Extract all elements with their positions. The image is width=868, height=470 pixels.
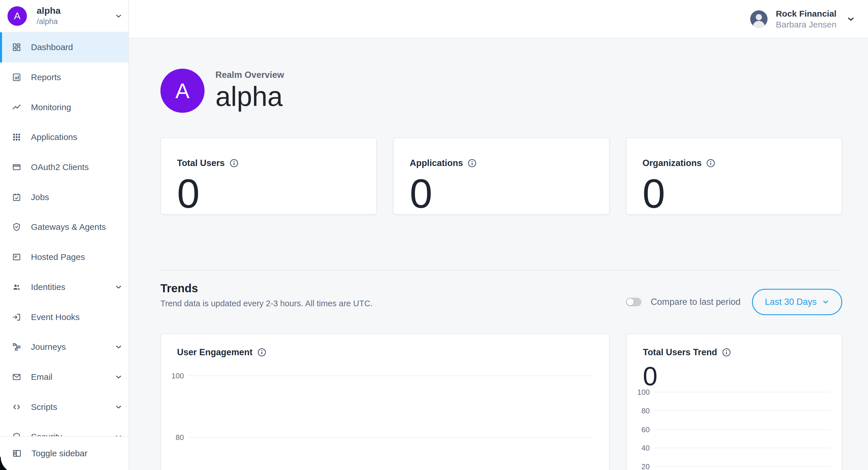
toggle-sidebar-label: Toggle sidebar [32,448,87,458]
sidebar-item-label: OAuth2 Clients [31,162,123,172]
realm-avatar: A [7,6,27,26]
chevron-down-icon [115,283,123,291]
stat-card-total-users: Total Users 0 [160,137,377,215]
sidebar-item-label: Monitoring [31,102,123,112]
chart-title-row: Total Users Trend [643,347,731,358]
sidebar-item-event-hooks[interactable]: Event Hooks [0,302,128,332]
stat-value: 0 [177,173,360,214]
sidebar-item-applications[interactable]: Applications [0,122,128,152]
y-axis-gridline: 60 [632,426,830,433]
stat-card-title-row: Applications [410,158,593,168]
stat-card-organizations: Organizations 0 [626,137,842,215]
trends-heading-block: Trends Trend data is updated every 2-3 h… [160,282,372,308]
realm-selector[interactable]: A alpha /alpha [0,0,128,32]
y-axis-gridline: 100 [632,389,830,396]
sidebar-item-label: Event Hooks [31,312,123,322]
sidebar-item-label: Email [31,372,115,382]
chevron-down-icon [115,343,123,351]
sidebar-item-hosted-pages[interactable]: Hosted Pages [0,242,128,272]
sidebar-item-monitoring[interactable]: Monitoring [0,92,128,122]
realm-name: alpha [37,5,115,16]
toggle-sidebar-button[interactable]: Toggle sidebar [0,436,128,470]
user-engagement-chart-card: User Engagement 100 80 [160,333,610,470]
gateways-agents-icon [12,223,21,232]
sidebar-item-reports[interactable]: Reports [0,62,128,93]
total-users-trend-chart-card: Total Users Trend 0 100 80 60 [626,333,842,470]
gridline [188,437,592,438]
sidebar-item-label: Scripts [31,402,115,412]
y-axis-gridline: 20 [632,463,830,470]
sidebar-item-label: Dashboard [31,42,123,52]
trends-subtitle: Trend data is updated every 2-3 hours. A… [160,299,372,308]
sidebar: A alpha /alpha Dashboard [0,0,129,470]
date-range-button[interactable]: Last 30 Days [752,289,842,315]
sidebar-nav: Dashboard Reports Monitoring [0,32,128,452]
sidebar-item-label: Identities [31,282,115,292]
stat-card-title: Organizations [643,158,702,168]
user-name: Barbara Jensen [776,19,836,30]
y-axis-gridline: 40 [632,444,830,452]
sidebar-item-scripts[interactable]: Scripts [0,392,128,422]
sidebar-item-label: Reports [31,72,123,82]
page-root: { "app": { "accent_blue": "#1f9ce9", "re… [0,0,868,470]
sidebar-item-identities[interactable]: Identities [0,272,128,302]
realm-meta: alpha /alpha [37,5,115,27]
chart-title-row: User Engagement [177,347,267,358]
main-content: A Realm Overview alpha Total Users 0 App… [129,39,868,470]
sidebar-item-label: Gateways & Agents [31,222,123,232]
gridline [654,466,830,467]
y-axis-gridline: 80 [167,434,592,441]
realm-overview-header: A Realm Overview alpha [160,69,842,113]
email-icon [12,372,21,381]
person-icon [749,9,768,28]
toggle-sidebar-icon [12,448,22,458]
topbar: Rock Financial Barbara Jensen [129,0,868,38]
charts-grid: User Engagement 100 80 Total Users Trend [160,333,842,470]
scripts-icon [12,402,21,412]
sidebar-item-label: Applications [31,132,123,142]
dashboard-icon [12,43,21,52]
section-divider [160,270,842,270]
chart-current-value: 0 [643,360,657,392]
y-tick-label: 100 [632,388,650,397]
jobs-icon [12,193,21,202]
stat-card-applications: Applications 0 [393,137,609,215]
y-tick-label: 80 [167,433,184,442]
sidebar-item-email[interactable]: Email [0,362,128,392]
org-name: Rock Financial [776,8,836,19]
realm-path: /alpha [37,16,115,27]
info-icon[interactable] [467,158,477,168]
monitoring-icon [12,103,21,112]
info-icon[interactable] [722,347,731,357]
user-meta: Rock Financial Barbara Jensen [776,8,836,30]
y-tick-label: 80 [632,406,650,415]
chevron-down-icon [846,14,856,24]
info-icon[interactable] [257,347,267,357]
gridline [654,410,830,411]
sidebar-item-label: Journeys [31,342,115,352]
sidebar-item-gateways-agents[interactable]: Gateways & Agents [0,212,128,242]
sidebar-item-dashboard[interactable]: Dashboard [0,32,128,62]
chevron-down-icon [115,403,123,411]
gridline [188,375,592,376]
sidebar-item-oauth2-clients[interactable]: OAuth2 Clients [0,152,128,182]
reports-icon [12,73,21,82]
chart-title: User Engagement [177,347,253,358]
info-icon[interactable] [229,158,239,168]
chart-title: Total Users Trend [643,347,717,358]
stat-value: 0 [643,173,826,214]
realm-overview-meta: Realm Overview alpha [215,70,284,112]
compare-toggle-label: Compare to last period [651,297,741,307]
sidebar-item-jobs[interactable]: Jobs [0,182,128,212]
stat-card-title: Applications [410,158,463,168]
info-icon[interactable] [706,158,716,168]
user-menu[interactable]: Rock Financial Barbara Jensen [749,8,856,30]
sidebar-item-label: Jobs [31,192,123,202]
stat-value: 0 [410,173,593,214]
compare-toggle-knob [627,299,634,305]
date-range-label: Last 30 Days [765,297,817,307]
realm-overview-eyebrow: Realm Overview [215,70,284,80]
sidebar-item-journeys[interactable]: Journeys [0,332,128,362]
compare-toggle[interactable] [626,298,642,306]
trends-title: Trends [160,282,372,295]
